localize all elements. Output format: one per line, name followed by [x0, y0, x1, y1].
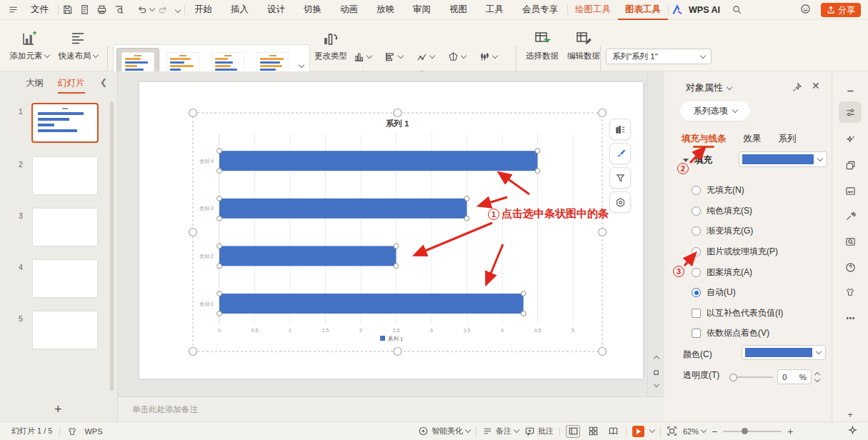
slide-thumbnail-4[interactable] — [33, 260, 97, 297]
fill-option-5[interactable]: 自动(U) — [692, 286, 736, 299]
fill-option-4[interactable]: 图案填充(A) — [692, 266, 752, 279]
panel-collapse-icon[interactable]: ❮ — [100, 77, 107, 87]
menu-item-4[interactable]: 动画 — [331, 4, 367, 16]
smart-effects-button[interactable] — [839, 129, 862, 150]
print-icon[interactable] — [93, 2, 110, 18]
column-chart-button[interactable] — [351, 49, 383, 64]
wps-skin-icon[interactable] — [67, 426, 77, 436]
series-options-dropdown[interactable]: 系列选项 — [680, 101, 750, 121]
selection-handle[interactable] — [599, 109, 607, 117]
support-icon[interactable] — [800, 4, 811, 14]
zoom-out-button[interactable]: − — [712, 426, 717, 437]
zoom-level-button[interactable]: 62% — [683, 427, 706, 436]
menu-item-9[interactable]: 会员专享 — [513, 4, 567, 16]
reading-view-button[interactable] — [606, 425, 620, 438]
comments-button[interactable]: 批注 — [524, 426, 554, 436]
bar-类别 3[interactable] — [219, 199, 467, 219]
chart-title[interactable]: 系列 1 — [385, 119, 409, 128]
menu-item-3[interactable]: 切换 — [294, 4, 331, 16]
wps-ai-logo-icon[interactable] — [669, 2, 686, 18]
bar-类别 1[interactable] — [219, 294, 524, 314]
toolbar-collapse-icon[interactable] — [175, 6, 181, 12]
menu-item-5[interactable]: 放映 — [367, 4, 404, 16]
slide-thumbnail-2[interactable] — [33, 157, 97, 194]
object-properties-button[interactable] — [839, 101, 862, 123]
panel-title[interactable]: 对象属性 — [686, 81, 732, 94]
bar-类别 4[interactable] — [219, 151, 538, 171]
fill-option-2[interactable]: 渐变填充(G) — [692, 225, 753, 237]
transparency-slider[interactable] — [732, 376, 773, 378]
fill-color-dropdown[interactable] — [739, 151, 827, 167]
fit-screen-icon[interactable] — [667, 426, 677, 436]
context-tab-1[interactable]: 图表工具 — [618, 0, 668, 20]
chart-elements-button[interactable] — [609, 119, 631, 140]
radio-icon[interactable] — [692, 226, 701, 236]
change-type-button[interactable]: 更改类型 — [310, 24, 351, 67]
save-icon[interactable] — [59, 2, 76, 18]
fill-checkbox-0[interactable]: 以互补色代表负值(I) — [692, 307, 783, 319]
signature-button[interactable] — [839, 180, 862, 201]
checkbox-icon[interactable] — [692, 329, 701, 338]
selection-handle[interactable] — [599, 348, 607, 356]
toolbox-button[interactable] — [839, 205, 862, 226]
color-dropdown[interactable] — [742, 345, 826, 360]
zoom-slider[interactable] — [723, 431, 782, 432]
slide-sorter-view-button[interactable] — [586, 425, 600, 438]
chart-filter-button[interactable] — [609, 167, 631, 189]
transparency-input[interactable]: 0 % — [777, 369, 812, 384]
redo-icon[interactable] — [154, 2, 171, 18]
slide-nav-icon[interactable] — [651, 367, 662, 378]
smart-beautify-button[interactable]: 智能美化 — [418, 426, 470, 436]
fill-option-3[interactable]: 图片或纹理填充(P) — [692, 246, 778, 258]
menu-item-7[interactable]: 视图 — [440, 4, 477, 16]
slide-thumbnail-1[interactable] — [33, 104, 97, 141]
fill-option-1[interactable]: 纯色填充(S) — [692, 205, 752, 217]
previous-slide-icon[interactable] — [653, 356, 659, 361]
transparency-spinner[interactable] — [815, 371, 819, 381]
slide-thumbnail-3[interactable] — [33, 209, 97, 246]
wps-label[interactable]: WPS — [84, 427, 102, 436]
selection-handle[interactable] — [599, 229, 607, 236]
add-slide-button[interactable]: + — [54, 402, 62, 417]
radio-icon[interactable] — [692, 288, 701, 297]
notes-button[interactable]: 备注 — [482, 426, 519, 436]
slide-thumbnail-5[interactable] — [33, 311, 97, 349]
properties-tab-2[interactable]: 系列 — [779, 133, 797, 145]
properties-tab-0[interactable]: 填充与线条 — [682, 133, 727, 145]
skin-button[interactable] — [839, 281, 862, 303]
select-data-button[interactable]: 选择数据 — [522, 24, 563, 67]
print-preview-icon[interactable] — [110, 2, 127, 18]
bar-chart[interactable]: 系列 1类别 1类别 2类别 3类别 400.511.522.533.544.5… — [139, 82, 643, 379]
search-icon[interactable] — [729, 2, 746, 18]
panel-tab-0[interactable]: 大纲 — [26, 77, 44, 94]
normal-view-button[interactable] — [566, 425, 580, 438]
checkbox-icon[interactable] — [692, 309, 701, 318]
selection-handle[interactable] — [189, 109, 197, 117]
export-icon[interactable] — [76, 2, 93, 18]
fill-checkbox-1[interactable]: 依数据点着色(V) — [692, 327, 769, 339]
radio-icon[interactable] — [692, 268, 701, 277]
reference-search-button[interactable] — [839, 231, 862, 252]
selection-handle[interactable] — [189, 229, 197, 236]
menu-item-6[interactable]: 审阅 — [404, 4, 440, 16]
strip-add-button[interactable]: + — [839, 404, 862, 426]
layers-button[interactable] — [839, 154, 862, 176]
menu-item-0[interactable]: 开始 — [185, 4, 221, 16]
panel-tab-1[interactable]: 幻灯片 — [58, 77, 85, 94]
main-menu-icon[interactable] — [4, 2, 21, 18]
next-slide-icon[interactable] — [653, 381, 659, 387]
stock-chart-button[interactable] — [477, 49, 509, 64]
menu-item-2[interactable]: 设计 — [258, 4, 294, 16]
sparkle-icon[interactable] — [847, 425, 858, 436]
line-chart-button[interactable] — [414, 49, 446, 64]
close-icon[interactable]: ✕ — [812, 80, 820, 91]
radio-icon[interactable] — [692, 206, 701, 216]
radar-chart-button[interactable] — [446, 49, 477, 64]
series-selector-dropdown[interactable]: 系列"系列 1" — [606, 49, 712, 64]
transparency-slider-knob[interactable] — [729, 374, 737, 381]
bar-chart-button[interactable] — [383, 49, 414, 64]
add-element-button[interactable]: 添加元素 — [9, 24, 50, 67]
menu-item-1[interactable]: 插入 — [221, 4, 258, 16]
properties-tab-1[interactable]: 效果 — [744, 133, 762, 145]
play-options-caret-icon[interactable] — [649, 427, 655, 433]
